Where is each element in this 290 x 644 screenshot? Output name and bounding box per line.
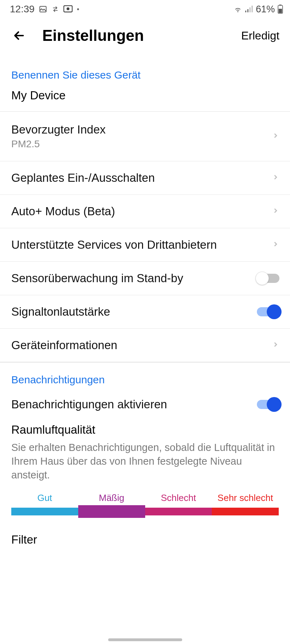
device-name-value[interactable]: My Device [0, 85, 290, 111]
back-button[interactable] [11, 27, 27, 44]
air-quality-title: Raumluftqualität [0, 418, 290, 439]
row-title: Geplantes Ein-/Ausschalten [11, 171, 272, 185]
svg-rect-6 [252, 6, 253, 12]
air-quality-label[interactable]: Mäßig [78, 493, 145, 503]
toggle-sensor-standby[interactable] [257, 274, 279, 283]
device-name-section: Benennen Sie dieses Gerät My Device [0, 58, 290, 111]
status-time: 12:39 [10, 4, 35, 15]
row-sub: PM2.5 [11, 138, 272, 150]
svg-rect-9 [279, 9, 282, 13]
row-enable-notifications: Benachrichtigungen aktivieren [0, 393, 290, 418]
section-header-notifications: Benachrichtigungen [0, 363, 290, 393]
row-title: Bevorzugter Index [11, 123, 272, 136]
svg-rect-3 [245, 11, 246, 12]
image-icon [39, 5, 47, 13]
air-quality-labels: GutMäßigSchlechtSehr schlecht [0, 493, 290, 508]
transfer-icon [51, 5, 59, 13]
air-quality-bar[interactable] [78, 505, 145, 518]
row-title: Benachrichtigungen aktivieren [11, 398, 257, 411]
air-quality-bar[interactable] [11, 508, 78, 515]
row-third-party-services[interactable]: Unterstützte Services von Drittanbietern [0, 228, 290, 262]
done-button[interactable]: Erledigt [241, 29, 280, 42]
row-sensor-standby: Sensorüberwachung im Stand-by [0, 262, 290, 295]
svg-rect-4 [247, 9, 248, 12]
svg-point-2 [67, 7, 69, 10]
row-title: Sensorüberwachung im Stand-by [11, 272, 257, 285]
status-right: 61% [233, 4, 283, 15]
row-title: Signaltonlautstärke [11, 305, 257, 318]
row-beep-volume: Signaltonlautstärke [0, 295, 290, 329]
air-quality-label[interactable]: Sehr schlecht [212, 493, 279, 503]
chevron-right-icon [272, 207, 279, 216]
status-bar: 12:39 • 61% [0, 0, 290, 17]
row-auto-mode[interactable]: Auto+ Modus (Beta) [0, 195, 290, 228]
status-left: 12:39 • [10, 4, 79, 15]
signal-icon [245, 6, 253, 13]
battery-percent: 61% [256, 4, 275, 15]
row-title: Unterstützte Services von Drittanbietern [11, 238, 272, 252]
home-indicator[interactable] [108, 638, 182, 641]
air-quality-label[interactable]: Schlecht [145, 493, 212, 503]
row-title: Auto+ Modus (Beta) [11, 205, 272, 218]
cast-icon [63, 5, 73, 13]
svg-rect-5 [249, 7, 251, 12]
wifi-icon [233, 5, 242, 13]
header: Einstellungen Erledigt [0, 17, 290, 58]
row-title: Geräteinformationen [11, 339, 272, 352]
notifications-section: Benachrichtigungen Benachrichtigungen ak… [0, 363, 290, 515]
chevron-right-icon [272, 132, 279, 141]
filter-title: Filter [0, 515, 290, 546]
row-device-info[interactable]: Geräteinformationen [0, 329, 290, 362]
chevron-right-icon [272, 341, 279, 350]
chevron-right-icon [272, 173, 279, 182]
air-quality-bar[interactable] [145, 508, 212, 515]
toggle-beep-volume[interactable] [257, 307, 279, 316]
toggle-notifications[interactable] [257, 400, 279, 409]
chevron-right-icon [272, 240, 279, 249]
row-preferred-index[interactable]: Bevorzugter Index PM2.5 [0, 112, 290, 161]
dot-icon: • [77, 5, 79, 13]
air-quality-description: Sie erhalten Benachrichtigungen, sobald … [0, 439, 290, 493]
air-quality-bars[interactable] [0, 508, 290, 515]
section-header-device: Benennen Sie dieses Gerät [0, 58, 290, 85]
battery-icon [278, 5, 283, 14]
row-scheduled-power[interactable]: Geplantes Ein-/Ausschalten [0, 161, 290, 195]
air-quality-bar[interactable] [212, 508, 279, 515]
air-quality-label[interactable]: Gut [11, 493, 78, 503]
page-title: Einstellungen [42, 27, 241, 44]
